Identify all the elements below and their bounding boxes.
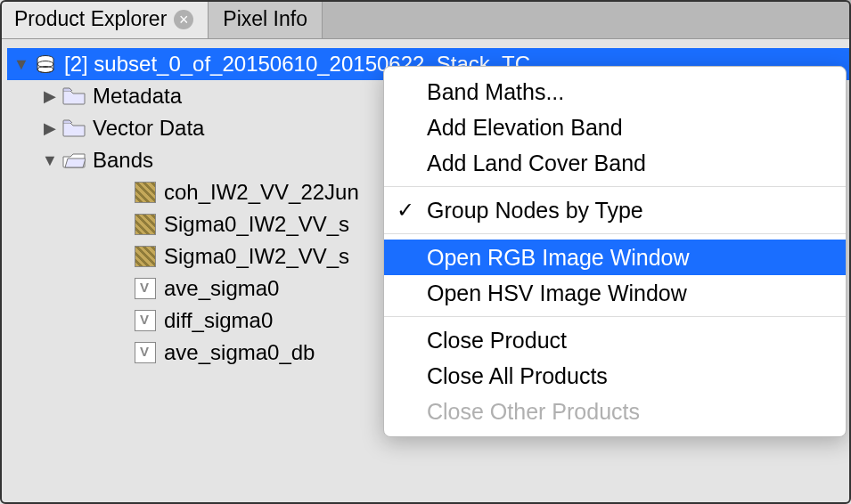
menu-item-open-hsv[interactable]: Open HSV Image Window (384, 275, 846, 311)
menu-item-label: Open RGB Image Window (427, 245, 690, 271)
menu-separator (384, 316, 846, 317)
folder-open-icon (61, 151, 87, 169)
menu-item-label: Close Other Products (427, 399, 640, 425)
tree-node-label: Bands (93, 148, 153, 173)
close-tab-icon[interactable]: × (174, 10, 193, 29)
tree-node-label: Sigma0_IW2_VV_s (164, 244, 349, 269)
menu-item-band-maths[interactable]: Band Maths... (384, 74, 846, 110)
raster-band-icon (132, 214, 159, 235)
context-menu: Band Maths... Add Elevation Band Add Lan… (383, 66, 847, 437)
virtual-band-icon (132, 342, 159, 363)
folder-icon (61, 87, 87, 105)
menu-item-close-all[interactable]: Close All Products (384, 358, 846, 394)
menu-item-label: Open HSV Image Window (427, 280, 687, 306)
menu-item-add-landcover[interactable]: Add Land Cover Band (384, 145, 846, 181)
tree-node-label: Metadata (93, 84, 182, 109)
disclosure-triangle-icon[interactable]: ▼ (11, 55, 32, 74)
tab-pixel-info[interactable]: Pixel Info (209, 0, 323, 38)
menu-item-label: Band Maths... (427, 79, 564, 105)
tree-node-label: Sigma0_IW2_VV_s (164, 212, 349, 237)
folder-icon (61, 119, 87, 137)
disclosure-triangle-icon[interactable]: ▼ (39, 151, 61, 170)
menu-item-label: Add Land Cover Band (427, 150, 646, 176)
menu-item-add-elevation[interactable]: Add Elevation Band (384, 110, 846, 145)
virtual-band-icon (132, 278, 159, 299)
tree-node-label: Vector Data (93, 116, 204, 141)
menu-item-open-rgb[interactable]: Open RGB Image Window (384, 240, 846, 275)
tree-node-label: ave_sigma0_db (164, 340, 315, 365)
tab-product-explorer[interactable]: Product Explorer × (0, 0, 209, 38)
virtual-band-icon (132, 310, 159, 331)
disclosure-triangle-icon[interactable]: ▶ (39, 118, 61, 138)
disclosure-triangle-icon[interactable]: ▶ (39, 86, 61, 106)
raster-band-icon (132, 246, 159, 267)
tab-label: Product Explorer (14, 7, 167, 31)
menu-item-label: Add Elevation Band (427, 115, 623, 141)
menu-item-label: Close All Products (427, 363, 608, 389)
product-icon (32, 53, 59, 75)
tree-node-label: diff_sigma0 (164, 308, 273, 333)
menu-item-close-product[interactable]: Close Product (384, 322, 846, 358)
tab-label: Pixel Info (223, 7, 307, 31)
menu-item-close-other: Close Other Products (384, 394, 846, 429)
raster-band-icon (132, 182, 159, 203)
tree-node-label: ave_sigma0 (164, 276, 279, 301)
menu-item-label: Close Product (427, 328, 567, 354)
tree-node-label: coh_IW2_VV_22Jun (164, 180, 359, 205)
menu-separator (384, 233, 846, 234)
menu-item-group-nodes[interactable]: Group Nodes by Type (384, 192, 846, 228)
menu-separator (384, 186, 846, 187)
menu-item-label: Group Nodes by Type (427, 198, 643, 224)
